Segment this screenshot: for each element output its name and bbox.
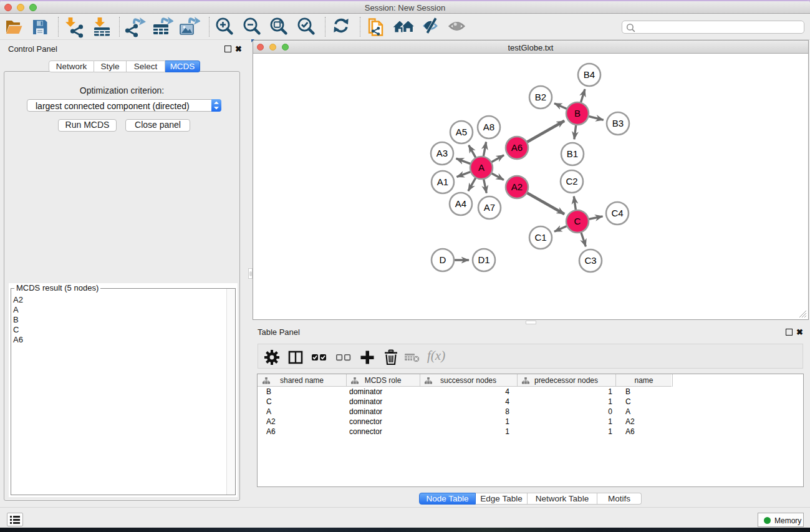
- svg-text:A4: A4: [455, 198, 466, 209]
- svg-text:B3: B3: [612, 118, 624, 128]
- svg-text:C2: C2: [566, 176, 577, 186]
- svg-text:B4: B4: [584, 69, 595, 80]
- svg-text:D1: D1: [478, 254, 489, 265]
- svg-text:A1: A1: [437, 177, 448, 187]
- svg-text:A2: A2: [511, 181, 523, 192]
- svg-text:A: A: [478, 162, 485, 173]
- svg-text:A3: A3: [436, 148, 448, 158]
- svg-text:B2: B2: [535, 92, 546, 102]
- svg-text:A8: A8: [483, 122, 494, 132]
- svg-text:A7: A7: [484, 202, 495, 213]
- svg-text:C3: C3: [584, 255, 596, 266]
- svg-text:A6: A6: [511, 142, 523, 153]
- svg-text:C4: C4: [611, 208, 623, 218]
- svg-text:A5: A5: [456, 127, 467, 137]
- svg-text:B: B: [574, 108, 581, 118]
- svg-text:C: C: [574, 216, 581, 226]
- svg-text:D: D: [440, 254, 446, 265]
- svg-text:B1: B1: [567, 148, 578, 159]
- svg-text:C1: C1: [534, 232, 546, 243]
